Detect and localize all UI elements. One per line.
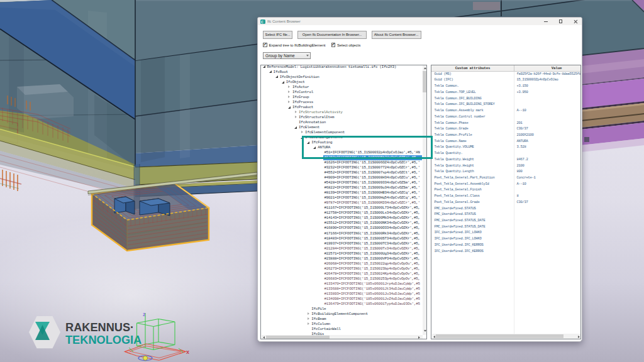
svg-text:x: x xyxy=(186,349,189,355)
svg-text:RAKENNUS·: RAKENNUS· xyxy=(65,321,134,334)
svg-text:z: z xyxy=(143,311,146,317)
svg-text:TEKNOLOGIA: TEKNOLOGIA xyxy=(65,334,142,346)
